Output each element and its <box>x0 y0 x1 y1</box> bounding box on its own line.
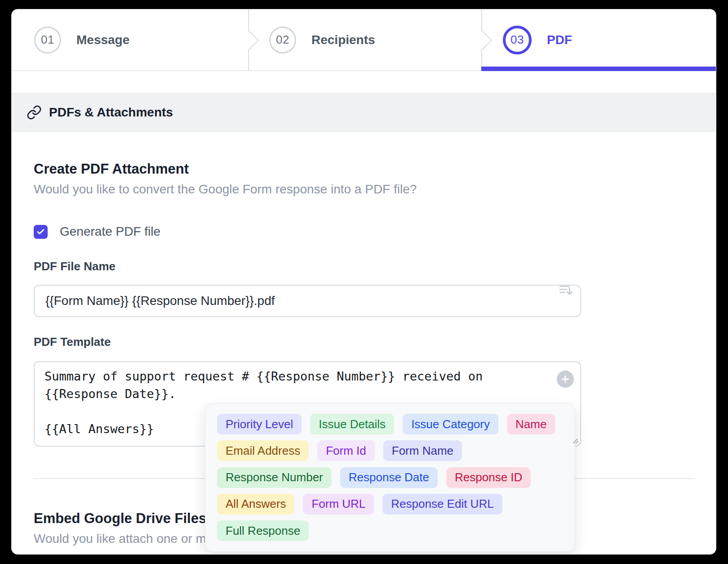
name-chip[interactable]: Name <box>507 414 555 434</box>
link-icon <box>27 105 42 120</box>
email-address-chip[interactable]: Email Address <box>217 440 309 461</box>
active-step-underline <box>481 67 716 71</box>
resize-handle-icon[interactable] <box>571 437 579 445</box>
all-answers-chip[interactable]: All Answers <box>217 494 294 515</box>
add-placeholder-button[interactable] <box>557 371 574 388</box>
response-id-chip[interactable]: Response ID <box>446 467 531 488</box>
wizard-page: 01Message02Recipients03PDF PDFs & Attach… <box>11 9 716 555</box>
step-number-badge: 02 <box>269 27 296 54</box>
create-pdf-heading: Create PDF Attachment <box>34 160 694 178</box>
placeholder-menu: Priority LevelIssue DetailsIssue Categor… <box>205 403 575 552</box>
response-edit-url-chip[interactable]: Response Edit URL <box>382 494 502 515</box>
step-number-badge: 01 <box>34 27 61 54</box>
pdf-file-name-label: PDF File Name <box>34 259 694 274</box>
placeholder-chip-row: All AnswersForm URLResponse Edit URL <box>217 494 563 515</box>
checkmark-icon <box>36 228 45 236</box>
form-name-chip[interactable]: Form Name <box>383 440 462 461</box>
step-separator-chevron-icon <box>481 9 493 71</box>
step-tab-recipients[interactable]: 02Recipients <box>269 9 375 70</box>
placeholder-chip-row: Response NumberResponse DateResponse ID <box>217 467 563 488</box>
priority-level-chip[interactable]: Priority Level <box>217 414 302 434</box>
section-header: PDFs & Attachments <box>12 93 716 132</box>
placeholder-chip-row: Email AddressForm IdForm Name <box>217 440 563 461</box>
form-id-chip[interactable]: Form Id <box>317 440 375 461</box>
section-title: PDFs & Attachments <box>49 105 173 120</box>
form-url-chip[interactable]: Form URL <box>303 494 374 515</box>
insert-fields-icon[interactable] <box>558 282 574 298</box>
pdf-template-label: PDF Template <box>34 334 694 349</box>
generate-pdf-label: Generate PDF file <box>60 224 160 239</box>
generate-pdf-checkbox[interactable] <box>34 225 48 239</box>
issue-details-chip[interactable]: Issue Details <box>310 414 394 434</box>
step-tab-pdf[interactable]: 03PDF <box>503 9 572 70</box>
step-label: PDF <box>547 33 572 47</box>
placeholder-chip-row: Priority LevelIssue DetailsIssue Categor… <box>217 414 563 434</box>
stepper: 01Message02Recipients03PDF <box>12 9 716 71</box>
step-label: Message <box>76 33 129 47</box>
create-pdf-subheading: Would you like to convert the Google For… <box>34 181 694 197</box>
step-tab-message[interactable]: 01Message <box>34 9 129 70</box>
step-label: Recipients <box>311 33 375 47</box>
pdf-file-name-input[interactable] <box>34 285 581 317</box>
issue-category-chip[interactable]: Issue Category <box>403 414 498 434</box>
plus-icon <box>560 374 570 384</box>
response-number-chip[interactable]: Response Number <box>217 467 332 488</box>
response-date-chip[interactable]: Response Date <box>340 467 438 488</box>
placeholder-chip-row: Full Response <box>217 520 563 541</box>
full-response-chip[interactable]: Full Response <box>217 520 309 541</box>
step-number-badge: 03 <box>503 26 532 54</box>
step-separator-chevron-icon <box>248 9 260 71</box>
